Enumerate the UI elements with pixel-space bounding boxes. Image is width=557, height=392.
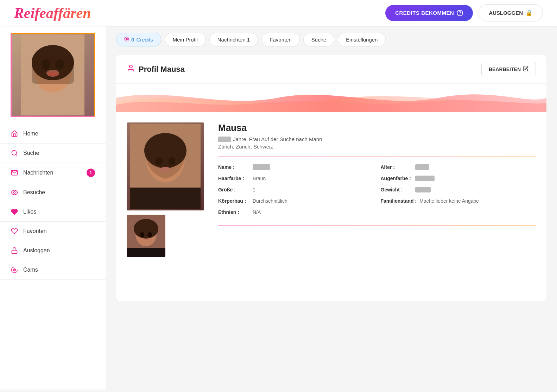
info-icon: ?: [457, 10, 463, 16]
detail-groesse: Größe : 1: [218, 187, 374, 192]
main-layout: Home Suche Nachrichten 1 Besuche: [0, 26, 557, 390]
sidebar-item-favoriten-label: Favoriten: [23, 228, 47, 234]
sidebar-item-likes-label: Likes: [23, 209, 36, 215]
wave-decoration: [116, 84, 546, 112]
sidebar-item-ausloggen-label: Ausloggen: [23, 247, 50, 254]
lock-icon: [11, 247, 18, 254]
credits-button[interactable]: CREDITS BEKOMMEN ?: [385, 5, 473, 21]
profile-photo-thumb: [127, 215, 165, 257]
heart-outline-icon: [11, 227, 18, 235]
credits-button-label: CREDITS BEKOMMEN: [395, 10, 454, 16]
svg-point-15: [126, 38, 128, 40]
detail-koerperbau: Körperbau : Durchschnittlich: [218, 198, 374, 204]
detail-alter: Alter :: [381, 164, 536, 170]
sidebar-item-home[interactable]: Home: [0, 124, 106, 144]
detail-alter-label: Alter :: [381, 164, 412, 170]
detail-name-value: [253, 164, 270, 170]
home-icon: [11, 130, 18, 138]
edit-button-label: BEARBEITEN: [489, 67, 521, 72]
detail-familienstand: Familienstand : Mache lieber keine Angab…: [381, 198, 536, 204]
tab-nachrichten[interactable]: Nachrichten 1: [209, 33, 258, 46]
sidebar-item-suche[interactable]: Suche: [0, 144, 106, 163]
profile-info: Mausa Jahre, Frau Auf der Suche nach Man…: [218, 122, 536, 257]
detail-groesse-value: 1: [253, 187, 255, 192]
logout-button[interactable]: AUSLOGGEN 🔒: [479, 4, 543, 21]
mein-profil-tab-label: Mein Profil: [173, 37, 198, 43]
detail-groesse-label: Größe :: [218, 187, 250, 192]
svg-rect-7: [32, 56, 74, 84]
sidebar-item-nachrichten[interactable]: Nachrichten 1: [0, 163, 106, 183]
nav-list: Home Suche Nachrichten 1 Besuche: [0, 124, 106, 280]
sidebar-item-nachrichten-label: Nachrichten: [23, 170, 53, 176]
profile-title: Profil Mausa: [139, 65, 185, 74]
profile-body: Mausa Jahre, Frau Auf der Suche nach Man…: [116, 112, 546, 267]
avatar-placeholder: [12, 34, 94, 116]
top-divider: [218, 157, 536, 157]
profile-subtitle-text: Jahre, Frau Auf der Suche nach Mann: [233, 136, 322, 142]
tab-favoriten[interactable]: Favoriten: [261, 33, 300, 46]
profile-photos: [127, 122, 204, 257]
svg-point-27: [140, 232, 144, 237]
profile-icon: [127, 64, 135, 75]
sidebar-avatar: [11, 33, 95, 117]
sidebar-item-favoriten[interactable]: Favoriten: [0, 222, 106, 241]
logout-button-label: AUSLOGGEN: [489, 10, 523, 16]
detail-haarfarbe-value: Braun: [253, 176, 266, 181]
favoriten-tab-label: Favoriten: [270, 37, 292, 43]
sidebar-item-besuche-label: Besuche: [23, 189, 45, 196]
cam-icon: [11, 266, 18, 274]
detail-haarfarbe: Haarfarbe : Braun: [218, 176, 374, 181]
profile-title-wrap: Profil Mausa: [127, 64, 185, 75]
detail-gewicht-label: Gewicht :: [381, 187, 412, 192]
suche-tab-label: Suche: [311, 37, 327, 43]
sidebar: Home Suche Nachrichten 1 Besuche: [0, 26, 106, 390]
detail-augenfarbe: Augenfarbe :: [381, 176, 536, 181]
svg-point-28: [148, 232, 152, 237]
credits-tab-count: 0: [131, 37, 134, 43]
nachrichten-badge: 1: [87, 169, 95, 177]
svg-rect-23: [130, 188, 201, 209]
edit-button[interactable]: BEARBEITEN: [481, 62, 536, 76]
lock-icon: 🔒: [526, 10, 533, 16]
detail-alter-value: [415, 164, 429, 170]
mail-icon: [11, 169, 18, 177]
age-blurred: [218, 137, 231, 142]
profile-section: Profil Mausa BEARBEITEN: [116, 55, 546, 301]
sidebar-item-cams-label: Cams: [23, 267, 38, 273]
nachrichten-tab-label: Nachrichten 1: [217, 37, 250, 43]
svg-rect-11: [12, 250, 17, 253]
tab-suche[interactable]: Suche: [303, 33, 335, 46]
details-grid: Name : Alter : Haarfarbe : Braun: [218, 164, 536, 215]
sidebar-item-likes[interactable]: Likes: [0, 202, 106, 222]
detail-familienstand-label: Familienstand :: [381, 198, 417, 204]
einstellungen-tab-label: Einstellungen: [346, 37, 378, 43]
eye-icon: [11, 189, 18, 196]
credits-tab-label: Credits: [136, 37, 153, 43]
detail-augenfarbe-value: [415, 176, 435, 181]
sidebar-item-cams[interactable]: Cams: [0, 260, 106, 280]
detail-name-label: Name :: [218, 164, 250, 170]
bottom-divider: [218, 226, 536, 226]
svg-point-16: [129, 65, 132, 68]
edit-icon: [523, 66, 528, 72]
detail-ethnien-label: Ethnien :: [218, 209, 250, 215]
profile-header: Profil Mausa BEARBEITEN: [116, 55, 546, 84]
tab-mein-profil[interactable]: Mein Profil: [165, 33, 206, 46]
profile-location: Zürich, Zürich, Schweiz: [218, 144, 536, 150]
sidebar-item-ausloggen[interactable]: Ausloggen: [0, 241, 106, 260]
tab-einstellungen[interactable]: Einstellungen: [338, 33, 386, 46]
svg-point-8: [12, 151, 17, 155]
tab-bar: 0 Credits Mein Profil Nachrichten 1 Favo…: [116, 33, 546, 46]
sidebar-item-besuche[interactable]: Besuche: [0, 183, 106, 202]
main-content: 0 Credits Mein Profil Nachrichten 1 Favo…: [106, 26, 557, 390]
detail-koerperbau-label: Körperbau :: [218, 198, 250, 204]
header: Reifeaffären CREDITS BEKOMMEN ? AUSLOGGE…: [0, 0, 557, 26]
detail-gewicht-value: [415, 187, 431, 192]
detail-haarfarbe-label: Haarfarbe :: [218, 176, 250, 181]
profile-name: Mausa: [218, 122, 536, 133]
svg-point-10: [14, 192, 15, 194]
profile-photo-main: [127, 122, 204, 210]
tab-credits[interactable]: 0 Credits: [116, 33, 161, 46]
search-icon: [11, 149, 18, 157]
heart-filled-icon: [11, 208, 18, 216]
